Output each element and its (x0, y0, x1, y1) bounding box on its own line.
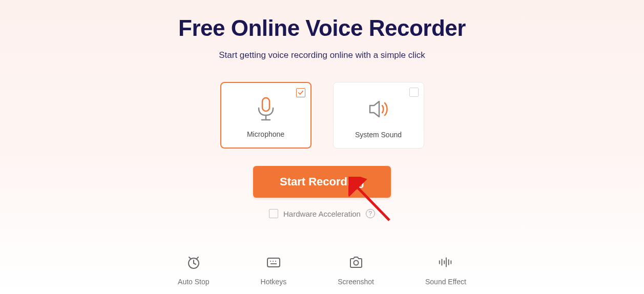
svg-rect-8 (267, 258, 280, 267)
svg-rect-0 (262, 98, 269, 111)
recording-source-options: Microphone System Sound (220, 82, 424, 149)
svg-line-5 (194, 263, 196, 264)
system-sound-checkbox[interactable] (409, 88, 419, 97)
microphone-label: Microphone (247, 130, 284, 138)
svg-point-13 (354, 261, 358, 265)
screenshot-label: Screenshot (338, 278, 374, 286)
page-subtitle: Start getting voice recording online wit… (219, 50, 425, 60)
speaker-icon (367, 98, 390, 122)
hardware-acceleration-checkbox[interactable] (269, 209, 278, 218)
sound-effect-label: Sound Effect (425, 278, 466, 286)
camera-icon (348, 254, 364, 270)
start-recording-button[interactable]: Start Recording (253, 166, 391, 198)
sound-effect-feature[interactable]: Sound Effect (425, 254, 466, 286)
hardware-acceleration-row: Hardware Acceleration ? (269, 209, 375, 218)
system-sound-label: System Sound (355, 131, 402, 139)
auto-stop-label: Auto Stop (178, 278, 210, 286)
keyboard-icon (265, 254, 282, 270)
checkmark-icon (298, 90, 304, 96)
feature-list: Auto Stop Hotkeys Screens (178, 254, 466, 286)
hotkeys-label: Hotkeys (261, 278, 287, 286)
hardware-acceleration-label: Hardware Acceleration (283, 209, 361, 218)
svg-line-7 (197, 257, 198, 259)
microphone-checkbox[interactable] (296, 88, 305, 97)
microphone-option[interactable]: Microphone (220, 82, 311, 149)
auto-stop-feature[interactable]: Auto Stop (178, 254, 210, 286)
page-title: Free Online Voice Recorder (178, 15, 466, 41)
clock-icon (185, 254, 202, 270)
hotkeys-feature[interactable]: Hotkeys (261, 254, 287, 286)
sound-wave-icon (438, 254, 454, 270)
microphone-icon (254, 96, 278, 124)
help-icon[interactable]: ? (366, 209, 375, 218)
screenshot-feature[interactable]: Screenshot (338, 254, 374, 286)
svg-line-6 (189, 257, 191, 259)
system-sound-option[interactable]: System Sound (333, 82, 424, 149)
